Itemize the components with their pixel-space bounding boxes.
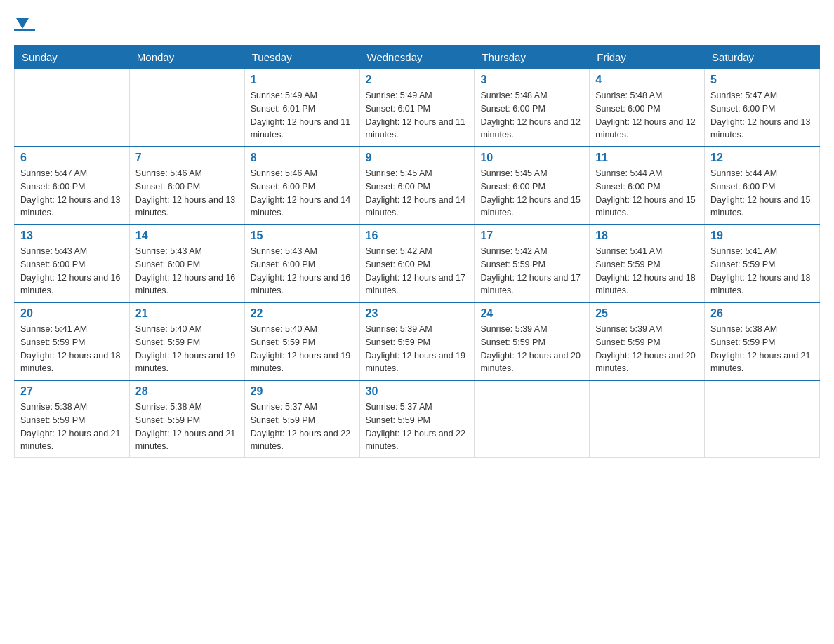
day-info: Sunrise: 5:40 AMSunset: 5:59 PMDaylight:… [251, 323, 354, 375]
day-info: Sunrise: 5:45 AMSunset: 6:00 PMDaylight:… [480, 167, 583, 220]
calendar-cell [590, 380, 705, 458]
day-info: Sunrise: 5:43 AMSunset: 6:00 PMDaylight:… [251, 245, 354, 297]
calendar-cell: 25Sunrise: 5:39 AMSunset: 5:59 PMDayligh… [590, 302, 705, 380]
day-number: 23 [366, 307, 469, 320]
weekday-header-tuesday: Tuesday [244, 46, 359, 69]
week-row-5: 27Sunrise: 5:38 AMSunset: 5:59 PMDayligh… [15, 380, 820, 458]
week-row-3: 13Sunrise: 5:43 AMSunset: 6:00 PMDayligh… [15, 224, 820, 302]
day-info: Sunrise: 5:41 AMSunset: 5:59 PMDaylight:… [595, 245, 699, 297]
calendar-cell: 11Sunrise: 5:44 AMSunset: 6:00 PMDayligh… [590, 147, 705, 224]
calendar-table: SundayMondayTuesdayWednesdayThursdayFrid… [14, 45, 820, 458]
weekday-header-saturday: Saturday [705, 46, 820, 69]
day-number: 18 [595, 229, 699, 242]
day-number: 7 [135, 152, 239, 164]
calendar-cell: 16Sunrise: 5:42 AMSunset: 6:00 PMDayligh… [359, 224, 475, 302]
calendar-cell: 6Sunrise: 5:47 AMSunset: 6:00 PMDaylight… [15, 147, 130, 224]
calendar-cell: 7Sunrise: 5:46 AMSunset: 6:00 PMDaylight… [129, 147, 244, 224]
week-row-1: 1Sunrise: 5:49 AMSunset: 6:01 PMDaylight… [15, 69, 820, 147]
calendar-cell: 22Sunrise: 5:40 AMSunset: 5:59 PMDayligh… [244, 302, 359, 380]
day-number: 6 [20, 152, 124, 164]
day-number: 13 [20, 229, 124, 242]
calendar-cell: 14Sunrise: 5:43 AMSunset: 6:00 PMDayligh… [129, 224, 244, 302]
calendar-cell: 5Sunrise: 5:47 AMSunset: 6:00 PMDaylight… [705, 69, 820, 147]
day-info: Sunrise: 5:44 AMSunset: 6:00 PMDaylight:… [595, 167, 699, 220]
calendar-cell: 29Sunrise: 5:37 AMSunset: 5:59 PMDayligh… [244, 380, 359, 458]
calendar-cell: 4Sunrise: 5:48 AMSunset: 6:00 PMDaylight… [590, 69, 705, 147]
day-info: Sunrise: 5:47 AMSunset: 6:00 PMDaylight:… [20, 167, 124, 220]
day-info: Sunrise: 5:46 AMSunset: 6:00 PMDaylight:… [135, 167, 239, 220]
calendar-cell: 18Sunrise: 5:41 AMSunset: 5:59 PMDayligh… [590, 224, 705, 302]
calendar-cell: 30Sunrise: 5:37 AMSunset: 5:59 PMDayligh… [359, 380, 475, 458]
page-header [14, 14, 820, 31]
calendar-cell: 20Sunrise: 5:41 AMSunset: 5:59 PMDayligh… [15, 302, 130, 380]
logo [14, 14, 38, 31]
day-info: Sunrise: 5:37 AMSunset: 5:59 PMDaylight:… [366, 401, 469, 453]
day-info: Sunrise: 5:38 AMSunset: 5:59 PMDaylight:… [135, 401, 239, 453]
day-number: 5 [710, 74, 814, 86]
calendar-cell [129, 69, 244, 147]
day-number: 25 [595, 307, 699, 320]
day-info: Sunrise: 5:45 AMSunset: 6:00 PMDaylight:… [366, 167, 469, 220]
calendar-cell: 17Sunrise: 5:42 AMSunset: 5:59 PMDayligh… [475, 224, 590, 302]
day-info: Sunrise: 5:38 AMSunset: 5:59 PMDaylight:… [710, 323, 814, 375]
day-info: Sunrise: 5:44 AMSunset: 6:00 PMDaylight:… [710, 167, 814, 220]
day-number: 14 [135, 229, 239, 242]
calendar-cell: 15Sunrise: 5:43 AMSunset: 6:00 PMDayligh… [244, 224, 359, 302]
day-number: 2 [366, 74, 469, 86]
day-info: Sunrise: 5:39 AMSunset: 5:59 PMDaylight:… [595, 323, 699, 375]
day-number: 21 [135, 307, 239, 320]
calendar-cell: 1Sunrise: 5:49 AMSunset: 6:01 PMDaylight… [244, 69, 359, 147]
calendar-cell: 13Sunrise: 5:43 AMSunset: 6:00 PMDayligh… [15, 224, 130, 302]
week-row-2: 6Sunrise: 5:47 AMSunset: 6:00 PMDaylight… [15, 147, 820, 224]
logo-triangle-icon [16, 18, 29, 29]
day-info: Sunrise: 5:43 AMSunset: 6:00 PMDaylight:… [20, 245, 124, 297]
calendar-cell: 27Sunrise: 5:38 AMSunset: 5:59 PMDayligh… [15, 380, 130, 458]
day-info: Sunrise: 5:42 AMSunset: 5:59 PMDaylight:… [480, 245, 583, 297]
weekday-header-row: SundayMondayTuesdayWednesdayThursdayFrid… [15, 46, 820, 69]
day-number: 17 [480, 229, 583, 242]
day-info: Sunrise: 5:39 AMSunset: 5:59 PMDaylight:… [480, 323, 583, 375]
weekday-header-sunday: Sunday [15, 46, 130, 69]
weekday-header-thursday: Thursday [475, 46, 590, 69]
day-number: 9 [366, 152, 469, 164]
calendar-cell: 3Sunrise: 5:48 AMSunset: 6:00 PMDaylight… [475, 69, 590, 147]
day-number: 8 [251, 152, 354, 164]
calendar-cell: 8Sunrise: 5:46 AMSunset: 6:00 PMDaylight… [244, 147, 359, 224]
logo-line-icon [14, 29, 35, 31]
weekday-header-friday: Friday [590, 46, 705, 69]
calendar-cell: 23Sunrise: 5:39 AMSunset: 5:59 PMDayligh… [359, 302, 475, 380]
day-info: Sunrise: 5:43 AMSunset: 6:00 PMDaylight:… [135, 245, 239, 297]
day-number: 3 [480, 74, 583, 86]
weekday-header-wednesday: Wednesday [359, 46, 475, 69]
day-number: 28 [135, 385, 239, 398]
day-info: Sunrise: 5:46 AMSunset: 6:00 PMDaylight:… [251, 167, 354, 220]
day-info: Sunrise: 5:49 AMSunset: 6:01 PMDaylight:… [251, 89, 354, 142]
day-info: Sunrise: 5:37 AMSunset: 5:59 PMDaylight:… [251, 401, 354, 453]
calendar-cell: 9Sunrise: 5:45 AMSunset: 6:00 PMDaylight… [359, 147, 475, 224]
day-number: 22 [251, 307, 354, 320]
day-number: 20 [20, 307, 124, 320]
day-info: Sunrise: 5:38 AMSunset: 5:59 PMDaylight:… [20, 401, 124, 453]
day-info: Sunrise: 5:40 AMSunset: 5:59 PMDaylight:… [135, 323, 239, 375]
day-number: 19 [710, 229, 814, 242]
day-info: Sunrise: 5:48 AMSunset: 6:00 PMDaylight:… [595, 89, 699, 142]
day-info: Sunrise: 5:42 AMSunset: 6:00 PMDaylight:… [366, 245, 469, 297]
day-number: 27 [20, 385, 124, 398]
day-info: Sunrise: 5:39 AMSunset: 5:59 PMDaylight:… [366, 323, 469, 375]
calendar-cell: 10Sunrise: 5:45 AMSunset: 6:00 PMDayligh… [475, 147, 590, 224]
calendar-cell: 21Sunrise: 5:40 AMSunset: 5:59 PMDayligh… [129, 302, 244, 380]
weekday-header-monday: Monday [129, 46, 244, 69]
calendar-cell: 19Sunrise: 5:41 AMSunset: 5:59 PMDayligh… [705, 224, 820, 302]
day-number: 15 [251, 229, 354, 242]
calendar-cell [705, 380, 820, 458]
day-number: 11 [595, 152, 699, 164]
day-info: Sunrise: 5:48 AMSunset: 6:00 PMDaylight:… [480, 89, 583, 142]
week-row-4: 20Sunrise: 5:41 AMSunset: 5:59 PMDayligh… [15, 302, 820, 380]
day-number: 10 [480, 152, 583, 164]
day-number: 26 [710, 307, 814, 320]
calendar-cell [15, 69, 130, 147]
calendar-cell: 12Sunrise: 5:44 AMSunset: 6:00 PMDayligh… [705, 147, 820, 224]
day-info: Sunrise: 5:41 AMSunset: 5:59 PMDaylight:… [20, 323, 124, 375]
day-info: Sunrise: 5:47 AMSunset: 6:00 PMDaylight:… [710, 89, 814, 142]
day-number: 12 [710, 152, 814, 164]
